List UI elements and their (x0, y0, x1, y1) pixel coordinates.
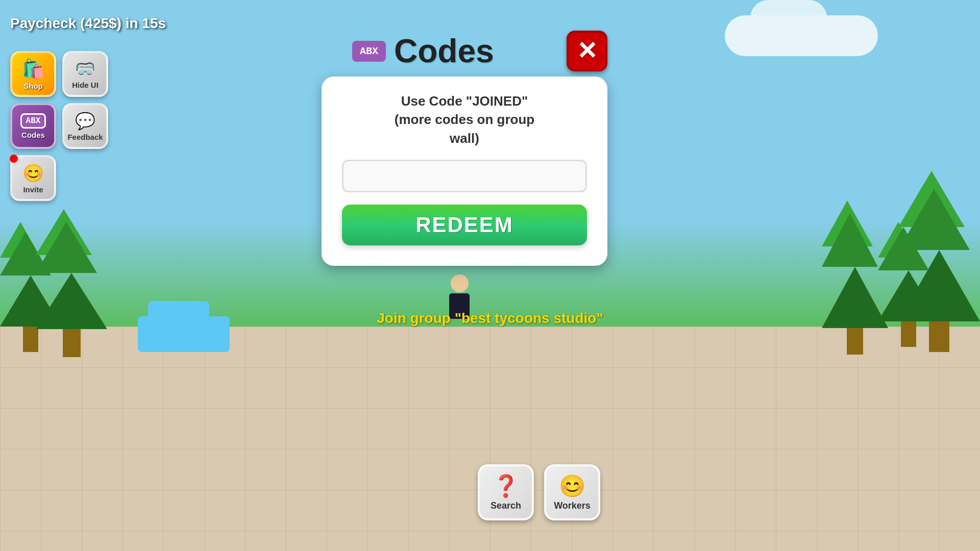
workers-icon: 😊 (559, 473, 585, 498)
join-group-text: Join group "best tycoons studio" (377, 310, 603, 327)
bottom-buttons: ❓ Search 😊 Workers (478, 464, 600, 520)
shop-label: Shop (23, 82, 43, 90)
modal-header: ABX Codes ✕ (322, 31, 607, 71)
close-button[interactable]: ✕ (567, 31, 607, 71)
car (138, 316, 230, 352)
modal-title: Codes (394, 32, 494, 70)
codes-modal: ABX Codes ✕ Use Code "JOINED"(more codes… (322, 31, 607, 266)
close-icon: ✕ (577, 39, 597, 63)
shop-icon: 🛍️ (22, 58, 45, 80)
codes-label: Codes (21, 131, 45, 139)
binoculars-icon: 🥽 (75, 59, 95, 79)
redeem-button[interactable]: REDEEM (342, 205, 587, 245)
code-input[interactable] (342, 160, 587, 192)
modal-body: Use Code "JOINED"(more codes on groupwal… (322, 77, 607, 266)
search-label: Search (491, 500, 521, 511)
codes-abx-badge: ABX (20, 113, 46, 129)
sidebar-item-shop[interactable]: 🛍️ Shop (10, 51, 56, 97)
chat-icon: 💬 (75, 111, 95, 131)
workers-label: Workers (554, 500, 591, 511)
hideui-label: Hide UI (72, 81, 99, 89)
sidebar: 🛍️ Shop 🥽 Hide UI ABX Codes 💬 Feedback 😊… (10, 51, 108, 201)
workers-button[interactable]: 😊 Workers (544, 464, 600, 520)
sidebar-item-feedback[interactable]: 💬 Feedback (62, 103, 108, 149)
paycheck-display: Paycheck (425$) in 15s (10, 15, 166, 32)
sidebar-item-codes[interactable]: ABX Codes (10, 103, 56, 149)
invite-label: Invite (23, 185, 43, 194)
sidebar-item-invite[interactable]: 😊 Invite (10, 155, 56, 201)
clouds (725, 15, 878, 56)
modal-instruction: Use Code "JOINED"(more codes on groupwal… (342, 92, 587, 147)
modal-abx-badge: ABX (352, 41, 386, 62)
smiley-icon: 😊 (22, 163, 44, 183)
search-icon: ❓ (493, 473, 519, 498)
search-button[interactable]: ❓ Search (478, 464, 534, 520)
sidebar-item-hideui[interactable]: 🥽 Hide UI (62, 51, 108, 97)
notification-dot (10, 155, 18, 163)
tree-2 (36, 237, 107, 357)
tree-5 (822, 229, 888, 355)
feedback-label: Feedback (67, 133, 103, 141)
